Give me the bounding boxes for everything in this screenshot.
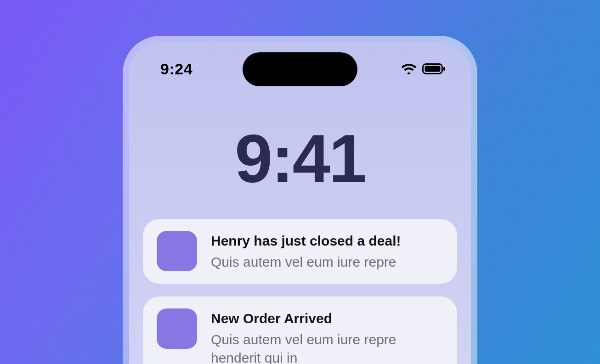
wifi-icon [401,63,417,75]
notification-body: Quis autem vel eum iure repre henderit q… [211,330,443,364]
notification-content: New Order Arrived Quis autem vel eum iur… [211,308,443,364]
phone-frame: 9:24 9:41 [123,36,477,364]
phone-lock-screen: 9:24 9:41 [129,42,471,364]
app-icon [157,308,197,349]
app-icon [157,231,197,271]
notification-card[interactable]: Henry has just closed a deal! Quis autem… [143,219,457,284]
notification-title: New Order Arrived [211,310,443,327]
lock-screen-clock: 9:41 [129,125,471,193]
battery-icon [422,63,446,75]
notification-title: Henry has just closed a deal! [211,233,401,249]
notification-card[interactable]: New Order Arrived Quis autem vel eum iur… [143,297,457,364]
svg-rect-2 [443,67,445,71]
svg-rect-1 [425,66,441,72]
status-bar: 9:24 [129,55,471,83]
notification-content: Henry has just closed a deal! Quis autem… [211,231,401,272]
notification-list: Henry has just closed a deal! Quis autem… [129,219,471,364]
notification-body: Quis autem vel eum iure repre [211,253,401,272]
status-bar-time: 9:24 [160,60,192,78]
status-bar-right [401,63,446,75]
